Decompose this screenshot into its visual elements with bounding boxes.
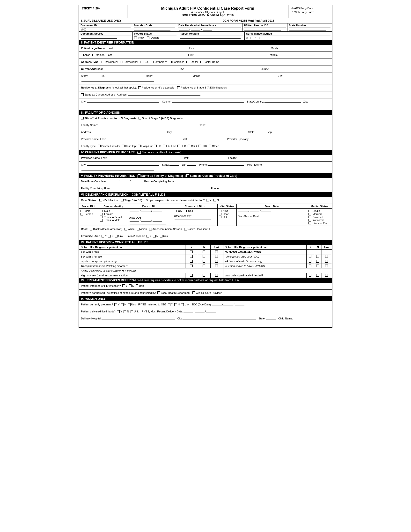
single-checkbox[interactable] — [308, 210, 311, 212]
residence-aids-checkbox[interactable] — [177, 86, 180, 89]
transplant-y[interactable] — [190, 265, 193, 267]
prov-iv-phone[interactable] — [208, 165, 244, 166]
facility-city-value[interactable] — [173, 133, 246, 133]
edc-d[interactable] — [223, 305, 233, 305]
arab-y-checkbox[interactable] — [102, 235, 104, 238]
hiv-known-unk[interactable] — [325, 265, 328, 267]
prov-iv-last[interactable] — [108, 159, 180, 159]
bisexual-y[interactable] — [309, 260, 311, 263]
provider-specialty[interactable] — [250, 140, 322, 140]
gender-male-checkbox[interactable] — [100, 210, 103, 212]
gender-trans-female-checkbox[interactable] — [100, 216, 103, 218]
ctr-checkbox[interactable] — [198, 145, 201, 147]
current-address-value[interactable] — [103, 70, 176, 70]
edc-y[interactable] — [235, 305, 244, 305]
ob-unk-checkbox[interactable] — [181, 303, 184, 306]
informed-n-checkbox[interactable] — [129, 284, 131, 287]
acute-n-checkbox[interactable] — [214, 199, 216, 201]
dead-checkbox[interactable] — [219, 213, 222, 216]
edc-m[interactable] — [212, 305, 222, 305]
ob-n-checkbox[interactable] — [174, 303, 177, 306]
perinatal-y[interactable] — [309, 274, 311, 277]
ob-y-checkbox[interactable] — [168, 303, 170, 306]
provider-first-name[interactable] — [188, 140, 224, 140]
soundex-value[interactable] — [134, 28, 175, 31]
phone-value[interactable] — [154, 77, 190, 77]
idu-n[interactable] — [316, 255, 319, 258]
unk-vital-checkbox[interactable] — [219, 216, 222, 218]
alias-dob-y[interactable] — [153, 221, 162, 221]
zip-value[interactable] — [106, 77, 142, 77]
psweb-id-value[interactable] — [244, 28, 286, 31]
arab-unk-checkbox[interactable] — [115, 235, 118, 238]
state-value[interactable] — [88, 77, 98, 77]
delivery-hospital[interactable] — [102, 319, 175, 319]
preg-unk-checkbox[interactable] — [128, 303, 131, 306]
po-checkbox[interactable] — [140, 61, 143, 63]
city-value[interactable] — [184, 70, 257, 70]
delivery-d[interactable] — [195, 312, 205, 313]
homeless-checkbox[interactable] — [169, 61, 172, 63]
alias-last-name[interactable] — [113, 56, 186, 56]
death-y[interactable] — [261, 212, 271, 212]
patient-first-name[interactable] — [196, 49, 268, 49]
delivery-state[interactable] — [266, 319, 276, 319]
mobile-value[interactable] — [202, 77, 274, 77]
unk-country-checkbox[interactable] — [184, 210, 187, 212]
sex-male-unk[interactable] — [215, 250, 218, 253]
maiden-checkbox[interactable] — [92, 54, 95, 56]
update-checkbox[interactable] — [147, 37, 149, 39]
foster-checkbox[interactable] — [200, 61, 203, 63]
temporary-checkbox[interactable] — [151, 61, 154, 63]
gender-female-checkbox[interactable] — [100, 213, 103, 216]
res-zip-value[interactable] — [82, 107, 118, 107]
patient-middle-name[interactable] — [280, 49, 316, 49]
alias-dob-m[interactable] — [130, 221, 139, 221]
white-checkbox[interactable] — [124, 228, 127, 230]
delivery-y[interactable] — [206, 312, 216, 313]
divorced-checkbox[interactable] — [308, 216, 311, 218]
state-number-value[interactable] — [289, 28, 330, 31]
alias-dob-text[interactable] — [130, 224, 166, 224]
facility-phone-value[interactable] — [207, 126, 279, 126]
black-checkbox[interactable] — [90, 228, 92, 230]
sex-female-n[interactable] — [203, 255, 205, 258]
hiv-known-y[interactable] — [309, 265, 311, 267]
ss-value[interactable] — [82, 82, 154, 82]
facility-zip-value[interactable] — [273, 133, 309, 133]
bisexual-unk[interactable] — [325, 260, 328, 263]
injected-unk[interactable] — [215, 260, 218, 263]
nh-checkbox[interactable] — [184, 228, 187, 230]
hiv-infection-checkbox[interactable] — [99, 199, 102, 201]
idu-unk[interactable] — [325, 255, 328, 258]
cbo-checkbox[interactable] — [188, 145, 190, 147]
sex-male-n[interactable] — [203, 250, 205, 253]
transplant-unk[interactable] — [215, 265, 218, 267]
report-status-options[interactable]: New Update — [134, 36, 177, 39]
date-received-value[interactable]: // — [178, 28, 241, 31]
injected-n[interactable] — [203, 260, 205, 263]
prov-iv-zip[interactable] — [187, 165, 196, 166]
facility-address-value[interactable] — [92, 133, 164, 133]
hosp-out-checkbox[interactable] — [138, 145, 141, 147]
same-address-checkbox[interactable] — [81, 93, 84, 96]
site-aids-checkbox[interactable] — [139, 117, 141, 119]
dob-d[interactable] — [141, 212, 151, 212]
res-state-value[interactable] — [264, 102, 301, 103]
preg-n-checkbox[interactable] — [121, 303, 123, 306]
widowed-checkbox[interactable] — [308, 219, 311, 221]
alive-checkbox[interactable] — [219, 210, 222, 212]
male-sex-checkbox[interactable] — [81, 210, 83, 212]
hosp-inpt-checkbox[interactable] — [122, 145, 124, 147]
female-sex-checkbox[interactable] — [81, 213, 83, 216]
death-m[interactable] — [238, 212, 248, 212]
gender-trans-male-checkbox[interactable] — [100, 219, 103, 221]
preg-y-checkbox[interactable] — [114, 303, 117, 306]
doc-source-value[interactable] — [81, 36, 131, 39]
lhd-checkbox[interactable] — [177, 145, 180, 147]
res-city-value[interactable] — [87, 102, 159, 103]
res-county-value[interactable] — [172, 102, 244, 103]
country-other-value[interactable] — [175, 219, 211, 220]
county-value[interactable] — [269, 70, 305, 70]
report-medium-value[interactable] — [180, 36, 243, 39]
